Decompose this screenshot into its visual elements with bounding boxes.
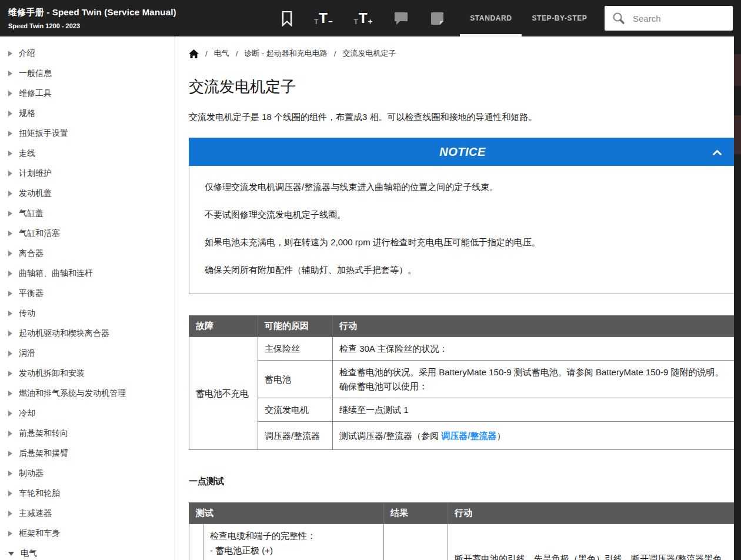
breadcrumb-electrical[interactable]: 电气 [214,48,229,59]
sidebar-item-label: 气缸和活塞 [19,228,60,239]
chevron-right-icon [8,311,12,316]
chevron-right-icon [8,51,12,56]
breadcrumb: / 电气 / 诊断 - 起动器和充电电路 / 交流发电机定子 [189,48,736,59]
main-content: / 电气 / 诊断 - 起动器和充电电路 / 交流发电机定子 交流发电机定子 交… [175,36,741,560]
single-point-test-table: 测试 结果 行动 1 检查电缆和端子的完整性： - 蓄电池正极 (+) - 蓄电… [189,502,736,560]
sidebar-item-torque[interactable]: 扭矩扳手设置 [0,124,175,144]
search-box[interactable] [605,6,733,31]
chevron-right-icon [8,211,12,216]
sidebar-item-starter-drive[interactable]: 起动机驱动和楔块离合器 [0,324,175,344]
sidebar-item-label: 车轮和轮胎 [19,488,60,499]
sidebar-item-front-suspension[interactable]: 前悬架和转向 [0,424,175,444]
notice-header[interactable]: NOTICE [189,138,736,166]
sidebar-item-label: 电气 [21,548,37,559]
sidebar-item-engine-covers[interactable]: 发动机盖 [0,184,175,204]
regulator-rectifier-link[interactable]: 调压器/整流器 [441,431,496,441]
sidebar-item-maintenance[interactable]: 计划维护 [0,164,175,184]
text-decrease-icon[interactable]: TT− [314,11,333,25]
sidebar-item-final-drive[interactable]: 主减速器 [0,504,175,524]
sidebar-item-label: 燃油和排气系统与发动机管理 [19,388,126,399]
sidebar-item-label: 制动器 [19,468,44,479]
test-lines: 检查电缆和端子的完整性： - 蓄电池正极 (+) - 蓄电池负极 ( - ) -… [210,529,377,560]
sidebar-item-label: 传动 [19,308,35,319]
sidebar-item-transmission[interactable]: 传动 [0,304,175,324]
chevron-right-icon [8,131,12,136]
sidebar-item-label: 发动机盖 [19,188,52,199]
col-header-result: 结果 [384,503,448,524]
sidebar-item-cooling[interactable]: 冷却 [0,404,175,424]
table-header-row: 测试 结果 行动 [189,503,736,524]
sidebar-item-label: 介绍 [19,48,35,59]
tab-standard[interactable]: STANDARD [460,0,522,36]
page-title: 交流发电机定子 [189,76,736,97]
home-icon[interactable] [189,49,199,58]
search-input[interactable] [632,13,726,24]
sidebar-item-cylinder-pistons[interactable]: 气缸和活塞 [0,224,175,244]
breadcrumb-separator: / [334,49,336,58]
cause-cell: 主保险丝 [258,337,333,361]
sidebar-item-label: 冷却 [19,408,35,419]
chevron-right-icon [8,91,12,96]
notice-paragraph: 如果电池未充满电，则在转速为 2,000 rpm 进行检查时充电电压可能低于指定… [205,237,720,248]
chevron-right-icon [8,431,12,436]
sidebar-item-rear-suspension[interactable]: 后悬架和摆臂 [0,444,175,464]
chevron-right-icon [8,331,12,336]
sidebar-item-intro[interactable]: 介绍 [0,44,175,64]
action-text-suffix: ） [497,431,506,441]
sidebar-item-cylinder-head[interactable]: 气缸盖 [0,204,175,224]
sidebar-item-service-tools[interactable]: 维修工具 [0,84,175,104]
page-scrollbar[interactable] [734,0,741,560]
sidebar-item-wheels-tyres[interactable]: 车轮和轮胎 [0,484,175,504]
notice-body: 仅修理交流发电机调压器/整流器与线束进入曲轴箱的位置之间的定子线束。 不要试图修… [189,166,736,294]
action-cell: 断开蓄电池的引线，先是负极（黑色）引线。断开调压器/整流器黑色连接器并继续至测试… [448,524,736,560]
sidebar-item-electrical[interactable]: 电气 [0,544,175,560]
sidebar-item-fuel-exhaust[interactable]: 燃油和排气系统与发动机管理 [0,384,175,404]
test-line: - 蓄电池正极 (+) [210,544,377,558]
chevron-right-icon [8,471,12,476]
sidebar-item-balancer[interactable]: 平衡器 [0,284,175,304]
sidebar-item-general-info[interactable]: 一般信息 [0,64,175,84]
chevron-right-icon [8,151,12,156]
breadcrumb-diagnostics[interactable]: 诊断 - 起动器和充电电路 [244,48,328,59]
sidebar-item-label: 润滑 [19,348,35,359]
chevron-right-icon [8,271,12,276]
sidebar-item-label: 起动机驱动和楔块离合器 [19,328,109,339]
chevron-down-icon [8,552,14,556]
chevron-right-icon [8,531,12,536]
breadcrumb-current-page: 交流发电机定子 [342,48,396,59]
table-row: 1 检查电缆和端子的完整性： - 蓄电池正极 (+) - 蓄电池负极 ( - )… [189,524,736,560]
chevron-right-icon [8,291,12,296]
sidebar-item-label: 主减速器 [19,508,52,519]
sidebar-item-specs[interactable]: 规格 [0,104,175,124]
sidebar-item-brakes[interactable]: 制动器 [0,464,175,484]
intro-paragraph: 交流发电机定子是 18 个线圈的组件，布置成3 相。可以检查线圈和接地的导通性和… [189,112,736,123]
table-row: 调压器/整流器 测试调压器/整流器（参阅 调压器/整流器） [189,422,736,450]
sidebar-item-frame-bodywork[interactable]: 框架和车身 [0,524,175,544]
text-increase-icon[interactable]: TT+ [354,11,373,25]
test-line: 检查电缆和端子的完整性： [210,529,377,544]
bookmark-icon[interactable] [281,11,293,26]
manual-title: 维修手册 - Speed Twin (Service Manual) [8,7,276,18]
sidebar-item-crankcase[interactable]: 曲轴箱、曲轴和连杆 [0,264,175,284]
comment-icon[interactable] [393,11,409,26]
sidebar-item-lubrication[interactable]: 润滑 [0,344,175,364]
chevron-right-icon [8,491,12,496]
action-text-prefix: 测试调压器/整流器（参阅 [339,431,441,441]
chevron-right-icon [8,171,12,176]
view-mode-tabs: STANDARD STEP-BY-STEP [460,0,597,36]
text-increase-small-t: T [354,18,358,25]
sidebar-item-routing[interactable]: 走线 [0,144,175,164]
note-icon[interactable] [430,11,445,26]
tab-step-by-step[interactable]: STEP-BY-STEP [522,0,597,36]
chevron-up-icon[interactable] [712,148,722,158]
sidebar-item-clutch[interactable]: 离合器 [0,244,175,264]
single-point-test-label: 一点测试 [189,476,736,487]
sidebar-item-engine-removal[interactable]: 发动机拆卸和安装 [0,364,175,384]
magnifier-icon [612,11,626,25]
cause-cell: 蓄电池 [258,361,333,398]
col-header-cause: 可能的原因 [258,316,333,337]
chevron-right-icon [8,451,12,456]
sidebar-item-label: 发动机拆卸和安装 [19,368,85,379]
col-header-fault: 故障 [189,316,258,337]
header-toolbar: TT− TT+ [281,11,445,26]
